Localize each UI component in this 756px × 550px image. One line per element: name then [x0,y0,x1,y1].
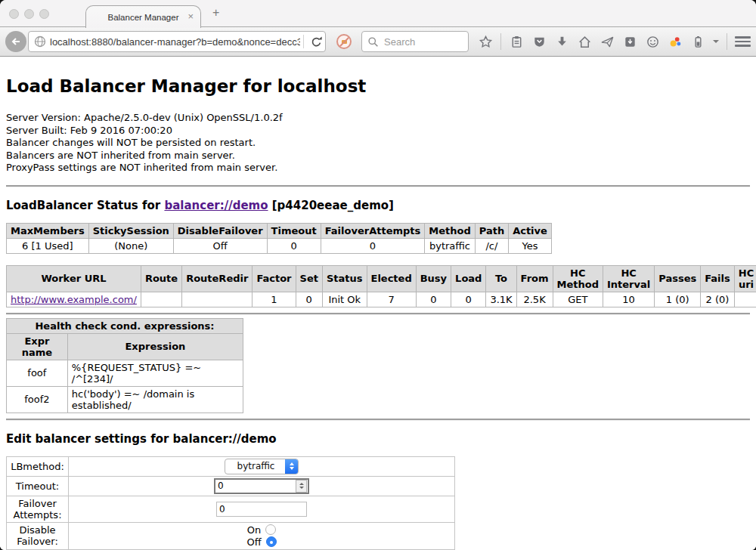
divider [6,185,750,187]
divider [6,313,750,315]
disable-failover-row: Disable Failover: On Off [7,522,455,549]
col-stickysession: StickySession [88,223,173,238]
col-disablefailover: DisableFailover [173,223,267,238]
toolbar-icon-row [478,31,756,52]
failover-attempts-label: Failover Attempts: [7,496,69,522]
back-button[interactable] [5,31,26,52]
col-timeout: Timeout [267,223,321,238]
balancer-status-heading: LoadBalancer Status for balancer://demo … [6,199,750,212]
tab-bar: Balancer Manager [0,0,756,27]
disable-failover-off-radio[interactable] [266,536,277,547]
health-table-title: Health check cond. expressions: [7,318,243,333]
toolbar-divider [500,33,501,50]
radio-off-label: Off [246,536,261,548]
page-title: Load Balancer Manager for localhost [6,76,750,96]
extension-download-icon[interactable] [622,34,637,49]
feedback-smiley-icon[interactable] [645,34,660,49]
health-check-table: Health check cond. expressions: Expr nam… [6,318,243,413]
balancer-link[interactable]: balancer://demo [164,199,268,212]
window-minimize-button[interactable] [24,9,34,19]
col-active: Active [509,223,552,238]
worker-header-row: Worker URL Route RouteRedir Factor Set S… [7,265,756,292]
timeout-input[interactable] [215,480,296,491]
failover-attempts-row: Failover Attempts: [7,496,455,522]
divider [6,419,750,421]
server-built-line: Server Built: Feb 9 2016 07:00:20 [6,125,750,138]
worker-url-link[interactable]: http://www.example.com/ [11,294,137,305]
colorful-extension-icon[interactable] [668,34,683,49]
url-text[interactable]: localhost:8880/balancer-manager?b=demo&n… [50,36,300,48]
search-input[interactable] [383,36,468,48]
reading-list-icon[interactable] [509,34,524,49]
lbmethod-selected-value: bytraffic [225,461,286,471]
slash-icon [339,36,352,48]
browser-window: Balancer Manager localhost:8880/balancer… [0,0,756,550]
page-content: Load Balancer Manager for localhost Serv… [0,57,756,550]
timeout-row: Timeout: [7,476,455,496]
col-maxmembers: MaxMembers [7,223,89,238]
balancer-settings-form: LBmethod: bytraffic Timeout: [6,456,455,550]
status-heading-prefix: LoadBalancer Status for [6,199,164,212]
reload-button[interactable] [307,36,325,48]
overflow-caret-icon[interactable] [713,40,719,43]
timeout-label: Timeout: [7,476,69,496]
status-heading-suffix: [p4420eeae_demo] [268,199,394,212]
window-zoom-button[interactable] [39,9,49,19]
toolbar-divider [727,33,727,50]
col-failoverattempts: FailoverAttempts [321,223,425,238]
back-arrow-icon [10,36,22,48]
menu-icon[interactable] [735,36,751,47]
radio-on-label: On [247,524,261,536]
balancer-status-table: MaxMembers StickySession DisableFailover… [6,223,552,254]
home-icon[interactable] [577,34,592,49]
edit-settings-heading: Edit balancer settings for balancer://de… [6,432,750,446]
worker-table: Worker URL Route RouteRedir Factor Set S… [6,265,756,307]
health-title-row: Health check cond. expressions: [7,318,243,333]
balancer-header-row: MaxMembers StickySession DisableFailover… [7,223,552,238]
blocked-plugin-icon[interactable] [336,34,352,49]
health-header-row: Expr name Expression [7,333,243,360]
failover-attempts-input[interactable] [216,502,307,517]
tab-close-icon[interactable] [187,11,194,22]
proxypass-note-line: ProxyPass settings are NOT inherited fro… [6,162,750,175]
col-path: Path [475,223,508,238]
bookmark-star-icon[interactable] [478,34,493,49]
navigation-toolbar: localhost:8880/balancer-manager?b=demo&n… [0,27,756,57]
search-icon [367,36,379,48]
download-icon[interactable] [554,34,569,49]
health-row: foof %{REQUEST_STATUS} =~ /^[234]/ [7,360,243,386]
persist-note-line: Balancer changes will NOT be persisted o… [6,137,750,150]
number-spinner-icon[interactable] [296,480,307,493]
address-bar[interactable]: localhost:8880/balancer-manager?b=demo&n… [28,31,326,52]
lbmethod-label: LBmethod: [7,456,69,476]
worker-data-row: http://www.example.com/ 1 0 Init Ok 7 0 … [7,292,756,307]
disable-failover-on-radio[interactable] [265,524,276,535]
lbmethod-row: LBmethod: bytraffic [7,456,455,476]
pocket-icon[interactable] [531,34,547,49]
col-expr-name: Expr name [7,333,68,360]
balancer-data-row: 6 [1 Used] (None) Off 0 0 bytraffic /c/ … [7,238,552,253]
timeout-field-wrap [214,478,309,494]
lbmethod-select[interactable]: bytraffic [225,459,299,474]
server-version-line: Server Version: Apache/2.5.0-dev (Unix) … [6,112,750,125]
globe-icon [33,35,47,48]
inherit-note-line: Balancers are NOT inherited from main se… [6,150,750,162]
col-method: Method [425,223,475,238]
search-bar[interactable] [361,31,469,52]
tab-title: Balancer Manager [108,13,179,22]
browser-tab[interactable]: Balancer Manager [85,5,201,28]
window-close-button[interactable] [9,9,19,19]
reload-icon [310,36,323,48]
disable-failover-label: Disable Failover: [7,522,69,549]
col-worker-url: Worker URL [7,265,141,292]
health-row: foof2 hc('body') =~ /domain is establish… [7,386,243,412]
new-tab-icon[interactable] [212,6,219,20]
send-to-device-icon[interactable] [600,34,615,49]
urlbar-divider [303,35,304,48]
battery-status-icon[interactable] [690,34,705,49]
select-stepper-icon [285,459,298,474]
col-expression: Expression [67,333,243,360]
